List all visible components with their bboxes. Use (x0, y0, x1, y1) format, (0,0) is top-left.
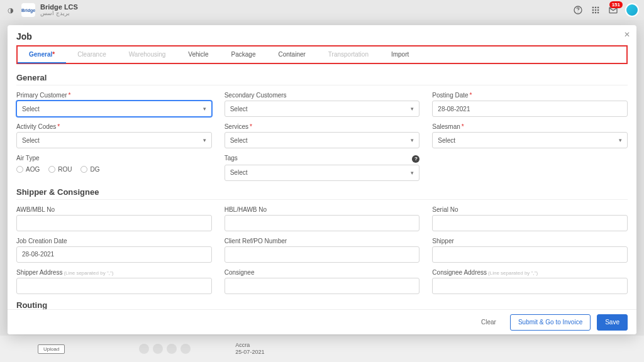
job-modal: Job ✕ General* Clearance Warehousing Veh… (8, 25, 636, 334)
section-general-title: General (16, 73, 628, 82)
notification-badge: 151 (609, 1, 623, 8)
consaddr-input[interactable] (432, 278, 628, 294)
svg-rect-5 (592, 9, 594, 11)
services-select[interactable]: Select▾ (225, 132, 420, 148)
clear-button[interactable]: Clear (474, 314, 504, 331)
tags-select[interactable]: Select▾ (225, 165, 420, 181)
primary-customer-select[interactable]: Select▾ (16, 101, 212, 117)
chevron-down-icon: ▾ (411, 170, 414, 176)
help-icon[interactable]: ? (412, 155, 419, 163)
svg-rect-9 (595, 12, 596, 13)
consignee-label: Consignee (225, 269, 420, 276)
peek-city: Accra (235, 342, 264, 349)
salesman-label: Salesman (432, 123, 460, 130)
jobdate-input[interactable]: 28-08-2021 (16, 246, 212, 263)
save-button[interactable]: Save (597, 314, 628, 331)
svg-rect-2 (592, 7, 594, 8)
activity-codes-label: Activity Codes (16, 123, 56, 130)
serial-label: Serial No (432, 206, 628, 213)
svg-rect-6 (595, 9, 596, 11)
consaddr-hint: (Line separated by ",") (488, 270, 538, 276)
secondary-customers-select[interactable]: Select▾ (225, 101, 420, 117)
awb-label: AWB/MBL No (16, 206, 212, 213)
svg-rect-3 (595, 7, 596, 8)
hbl-input[interactable] (225, 215, 420, 231)
chevron-down-icon: ▾ (411, 106, 414, 112)
tab-package[interactable]: Package (220, 45, 267, 63)
apps-icon[interactable] (590, 4, 601, 16)
hbl-label: HBL/HAWB No (225, 206, 420, 213)
airtype-rou[interactable]: ROU (48, 166, 72, 173)
divider (16, 199, 628, 200)
clientref-label: Client Ref/PO Number (225, 238, 420, 244)
brand-logo: Bridge (21, 3, 35, 17)
close-icon[interactable]: ✕ (624, 30, 630, 39)
posting-date-label: Posting Date (432, 92, 468, 99)
section-routing-title: Routing (16, 300, 628, 310)
serial-input[interactable] (432, 215, 628, 231)
consignee-input[interactable] (225, 278, 420, 294)
tab-vehicle[interactable]: Vehicle (177, 45, 219, 63)
salesman-select[interactable]: Select▾ (432, 132, 628, 148)
modal-footer: Clear Submit & Go to Invoice Save (8, 309, 636, 334)
airtype-aog[interactable]: AOG (16, 166, 40, 173)
brand-sub: بريدج أسس (40, 11, 78, 17)
peek-date: 25-07-2021 (235, 349, 264, 356)
tab-container[interactable]: Container (267, 45, 316, 63)
airtype-label: Air Type (16, 155, 212, 162)
jobdate-label: Job Creation Date (16, 238, 212, 244)
submit-invoice-button[interactable]: Submit & Go to Invoice (510, 314, 591, 331)
secondary-customers-label: Secondary Customers (225, 92, 287, 99)
svg-rect-4 (597, 7, 599, 8)
chevron-down-icon: ▾ (619, 137, 622, 143)
section-shipper-title: Shipper & Consignee (16, 187, 628, 197)
tags-label: Tags (225, 155, 238, 162)
tab-clearance: Clearance (66, 45, 118, 63)
divider (16, 85, 628, 85)
primary-customer-label: Primary Customer (16, 92, 67, 99)
shipaddr-input[interactable] (16, 278, 212, 294)
chevron-down-icon: ▾ (203, 106, 206, 112)
shipaddr-hint: (Line separated by ",") (64, 270, 113, 276)
shipper-input[interactable] (432, 246, 628, 263)
clientref-input[interactable] (225, 246, 420, 263)
avatar[interactable] (625, 3, 639, 17)
tab-transportation: Transportation (317, 45, 380, 63)
posting-date-input[interactable]: 28-08-2021 (432, 101, 628, 117)
help-icon[interactable] (572, 4, 584, 16)
airtype-dg[interactable]: DG (80, 166, 99, 173)
topbar: ◑ Bridge Bridge LCS بريدج أسس 151 (0, 0, 644, 20)
tab-general[interactable]: General* (18, 46, 66, 63)
consaddr-label: Consignee Address (432, 269, 487, 276)
upload-chip: Upload (38, 344, 65, 354)
chevron-down-icon: ▾ (411, 137, 414, 143)
airtype-group: AOG ROU DG (16, 163, 212, 173)
services-label: Services (225, 123, 248, 130)
modal-title: Job (8, 25, 636, 45)
shipper-label: Shipper (432, 238, 628, 244)
svg-point-1 (577, 12, 578, 13)
svg-rect-8 (592, 12, 594, 13)
chevron-down-icon: ▾ (203, 137, 206, 143)
shipaddr-label: Shipper Address (16, 269, 62, 276)
tab-warehousing: Warehousing (118, 45, 177, 63)
menu-toggle-icon[interactable]: ◑ (5, 4, 16, 16)
tab-strip: General* Clearance Warehousing Vehicle P… (16, 45, 628, 64)
activity-codes-select[interactable]: Select▾ (16, 132, 212, 148)
awb-input[interactable] (16, 215, 212, 231)
background-row: Upload Accra 25-07-2021 (0, 336, 644, 362)
tab-import[interactable]: Import (380, 45, 420, 63)
mail-icon[interactable]: 151 (608, 4, 619, 16)
svg-rect-10 (597, 12, 599, 13)
svg-rect-7 (597, 9, 599, 11)
modal-body: General* Clearance Warehousing Vehicle P… (8, 45, 636, 309)
